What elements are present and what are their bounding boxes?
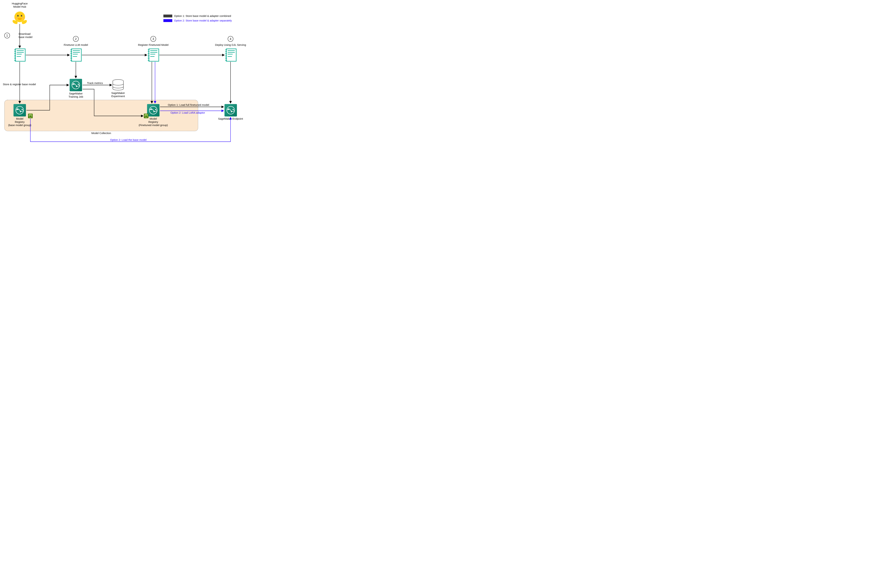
s3-bucket-base-icon bbox=[28, 114, 33, 118]
diagram-root: Model Collection Option 1: Store base mo… bbox=[0, 0, 888, 147]
svg-point-35 bbox=[228, 109, 229, 110]
notebook-step4-icon bbox=[225, 49, 236, 61]
svg-point-23 bbox=[22, 109, 23, 110]
step-1-label-l2: base model bbox=[19, 36, 33, 39]
edge-opt2-load-base-label: Option 2: Load the base model bbox=[110, 138, 147, 141]
svg-point-30 bbox=[155, 109, 156, 110]
registry-base-l2: Registry bbox=[15, 120, 25, 123]
svg-point-0 bbox=[14, 12, 25, 22]
model-collection-label: Model Collection bbox=[92, 132, 111, 135]
svg-point-1 bbox=[17, 15, 19, 16]
huggingface-icon bbox=[13, 12, 27, 24]
step-4: 4 Deploy Using DJL Serving bbox=[215, 36, 246, 46]
step-3-num: 3 bbox=[153, 38, 154, 40]
svg-point-4 bbox=[23, 17, 24, 18]
legend-opt1-label: Option 1: Store base model & adapter com… bbox=[174, 14, 231, 17]
experiment-label-l1: SageMaker bbox=[111, 92, 125, 94]
diagram-svg: Model Collection Option 1: Store base mo… bbox=[0, 0, 261, 147]
svg-point-22 bbox=[20, 111, 21, 112]
edge-track-metrics-label: Track metrics bbox=[87, 81, 103, 84]
step-2-label: Finetune LLM model bbox=[64, 44, 88, 46]
registry-base-l1: Model bbox=[16, 117, 23, 120]
svg-point-29 bbox=[153, 111, 154, 112]
notebook-step3-icon bbox=[148, 49, 159, 61]
step-3-label: Register Finetuned Model bbox=[138, 44, 168, 46]
experiment-label-l2: Experiment bbox=[111, 94, 125, 98]
sagemaker-endpoint-icon bbox=[224, 104, 237, 117]
training-job-label-l1: SageMaker bbox=[69, 92, 83, 95]
svg-point-15 bbox=[73, 84, 74, 84]
step-1-label-l1: Download bbox=[19, 32, 30, 35]
model-registry-ft-icon bbox=[147, 104, 159, 117]
huggingface-node: HuggingFace Model Hub bbox=[12, 2, 27, 24]
model-registry-base-icon bbox=[14, 104, 26, 117]
step-3: 3 Register Finetuned Model bbox=[138, 36, 168, 46]
legend-swatch-opt2 bbox=[164, 19, 172, 22]
registry-ft-l2: Registry bbox=[148, 120, 158, 123]
svg-point-21 bbox=[17, 109, 18, 110]
step-2: 2 Finetune LLM model bbox=[64, 36, 88, 46]
svg-point-28 bbox=[150, 109, 152, 110]
legend: Option 1: Store base model & adapter com… bbox=[164, 14, 232, 22]
edge-opt1-load-full-label: Option 1: Load full finetuned model bbox=[168, 104, 209, 106]
sagemaker-training-icon bbox=[70, 79, 82, 91]
svg-point-37 bbox=[233, 109, 234, 110]
s3-bucket-ft-icon bbox=[144, 114, 149, 118]
svg-point-17 bbox=[78, 84, 79, 85]
hf-title-l1: HuggingFace bbox=[12, 2, 27, 5]
svg-point-16 bbox=[76, 86, 77, 87]
edge-store-register-label: Store & register base model bbox=[3, 83, 36, 86]
registry-base-l3: (base model group) bbox=[8, 124, 31, 127]
legend-swatch-opt1 bbox=[164, 15, 172, 17]
step-4-label: Deploy Using DJL Serving bbox=[215, 44, 246, 46]
legend-opt2-label: Option 2: Store base model & adapter sep… bbox=[174, 19, 232, 22]
sagemaker-experiment-icon bbox=[113, 80, 123, 90]
notebook-step1-icon bbox=[14, 49, 25, 61]
svg-point-2 bbox=[21, 15, 22, 16]
notebook-step2-icon bbox=[70, 49, 81, 61]
registry-ft-l1: Model bbox=[150, 117, 157, 120]
registry-ft-l3: (Finetuned model group) bbox=[139, 124, 168, 127]
training-job-label-l2: Training Job bbox=[69, 95, 83, 98]
svg-point-36 bbox=[231, 111, 232, 112]
step-1: 1 Download base model bbox=[5, 32, 33, 39]
svg-point-3 bbox=[16, 17, 17, 18]
step-1-num: 1 bbox=[6, 34, 8, 37]
edge-opt2-load-lora-label: Option 2: Load LoRA adaptor bbox=[170, 111, 205, 114]
step-2-num: 2 bbox=[75, 38, 77, 40]
hf-title-l2: Model Hub bbox=[14, 5, 26, 8]
step-4-num: 4 bbox=[230, 38, 231, 40]
